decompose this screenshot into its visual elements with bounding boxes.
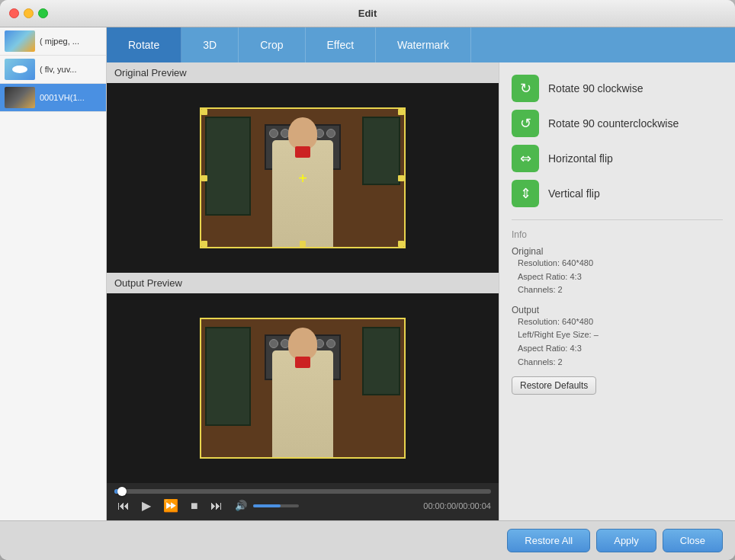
output-video-container [107, 293, 499, 483]
sidebar: ( mjpeg, ... ( flv, yuv... 0001VH(1... [0, 27, 107, 520]
info-original-title: Original [512, 246, 723, 257]
crop-handle-tl[interactable] [201, 109, 207, 115]
minimize-window-button[interactable] [24, 8, 34, 18]
window-title: Edit [358, 8, 377, 19]
volume-bar[interactable] [253, 504, 299, 507]
info-section: Info Original Resolution: 640*480 Aspect… [512, 219, 723, 395]
main-window: Edit ( mjpeg, ... ( flv, yuv... [0, 0, 735, 560]
tab-3d[interactable]: 3D [181, 27, 239, 62]
info-output-channels: Channels: 2 [512, 356, 723, 370]
fast-forward-button[interactable]: ⏩ [160, 497, 181, 514]
info-original-resolution: Resolution: 640*480 [512, 257, 723, 270]
output-video-content [201, 319, 404, 457]
right-panel: Rotate 3D Crop Effect Watermark [107, 27, 735, 520]
info-output-group: Output Resolution: 640*480 Left/Right Ey… [512, 305, 723, 369]
skip-end-button[interactable]: ⏭ [207, 498, 226, 514]
crop-handle-mr[interactable] [398, 175, 404, 181]
crop-handle-br[interactable] [398, 241, 404, 247]
sidebar-item-3[interactable]: 0001VH(1... [0, 84, 106, 112]
content-area: Original Preview [107, 62, 735, 520]
sidebar-label-2: ( flv, yuv... [40, 65, 77, 74]
rotate-ccw-button[interactable]: ↺ Rotate 90 counterclockwise [512, 110, 723, 137]
info-output-eye-size: Left/Right Eye Size: – [512, 328, 723, 342]
rotate-actions: ↻ Rotate 90 clockwise ↺ Rotate 90 counte… [512, 75, 723, 207]
info-output-resolution: Resolution: 640*480 [512, 315, 723, 329]
crop-handle-bc[interactable] [300, 241, 306, 247]
rotate-cw-button[interactable]: ↻ Rotate 90 clockwise [512, 75, 723, 102]
original-video-content: + [201, 109, 404, 247]
play-button[interactable]: ▶ [139, 497, 154, 514]
tab-rotate[interactable]: Rotate [107, 27, 181, 62]
info-original-channels: Channels: 2 [512, 283, 723, 297]
titlebar: Edit [0, 0, 735, 27]
traffic-lights [9, 8, 48, 18]
rotate-ccw-label: Rotate 90 counterclockwise [548, 117, 679, 130]
crop-handle-ml[interactable] [201, 175, 207, 181]
rotate-cw-label: Rotate 90 clockwise [548, 82, 644, 94]
sidebar-thumb-2 [5, 59, 35, 80]
tab-crop[interactable]: Crop [239, 27, 305, 62]
flip-v-button[interactable]: ⇕ Vertical flip [512, 180, 723, 207]
info-output-aspect: Aspect Ratio: 4:3 [512, 342, 723, 356]
tab-watermark[interactable]: Watermark [376, 27, 471, 62]
crop-handle-tr[interactable] [398, 109, 404, 115]
crop-handle-bl[interactable] [201, 241, 207, 247]
flip-v-label: Vertical flip [548, 187, 600, 200]
skip-start-button[interactable]: ⏮ [114, 498, 133, 514]
flip-h-icon: ⇔ [512, 145, 539, 172]
tab-bar: Rotate 3D Crop Effect Watermark [107, 27, 735, 62]
maximize-window-button[interactable] [38, 8, 48, 18]
sidebar-item-2[interactable]: ( flv, yuv... [0, 56, 106, 84]
rotate-cw-icon: ↻ [512, 75, 539, 102]
original-preview-label: Original Preview [107, 62, 499, 83]
video-section: Original Preview [107, 62, 499, 520]
info-output-title: Output [512, 305, 723, 315]
sidebar-item-1[interactable]: ( mjpeg, ... [0, 27, 106, 56]
sidebar-thumb-1 [5, 30, 35, 52]
volume-fill [253, 504, 281, 507]
progress-bar[interactable] [114, 489, 491, 494]
right-controls: ↻ Rotate 90 clockwise ↺ Rotate 90 counte… [499, 62, 735, 520]
flip-h-label: Horizontal flip [548, 152, 613, 165]
restore-all-button[interactable]: Restore All [507, 529, 590, 552]
flip-v-icon: ⇕ [512, 180, 539, 207]
flip-h-button[interactable]: ⇔ Horizontal flip [512, 145, 723, 172]
info-original-group: Original Resolution: 640*480 Aspect Rati… [512, 246, 723, 297]
close-button[interactable]: Close [663, 529, 723, 552]
sidebar-label-3: 0001VH(1... [40, 93, 85, 102]
time-display: 00:00:00/00:00:04 [423, 501, 491, 510]
original-video-container: + [107, 83, 499, 273]
volume-icon: 🔊 [232, 498, 250, 513]
output-preview-label: Output Preview [107, 273, 499, 293]
sidebar-label-1: ( mjpeg, ... [40, 37, 79, 46]
stop-button[interactable]: ■ [188, 498, 201, 514]
bottom-bar: Restore All Apply Close [0, 520, 735, 560]
controls-bar: ⏮ ▶ ⏩ ■ ⏭ 🔊 00:00:00/00:00:04 [107, 483, 499, 520]
sidebar-thumb-3 [5, 87, 35, 108]
restore-defaults-button[interactable]: Restore Defaults [512, 376, 596, 395]
playback-controls: ⏮ ▶ ⏩ ■ ⏭ 🔊 00:00:00/00:00:04 [114, 497, 491, 514]
info-original-aspect: Aspect Ratio: 4:3 [512, 270, 723, 284]
tab-effect[interactable]: Effect [306, 27, 377, 62]
crosshair-icon: + [298, 169, 307, 187]
apply-button[interactable]: Apply [596, 529, 656, 552]
main-content: ( mjpeg, ... ( flv, yuv... 0001VH(1... [0, 27, 735, 520]
output-video-frame [200, 318, 406, 459]
volume-section: 🔊 [232, 498, 299, 513]
close-window-button[interactable] [9, 8, 19, 18]
info-title: Info [512, 229, 723, 240]
rotate-ccw-icon: ↺ [512, 110, 539, 137]
progress-thumb[interactable] [117, 487, 127, 496]
original-video-frame: + [200, 107, 406, 248]
